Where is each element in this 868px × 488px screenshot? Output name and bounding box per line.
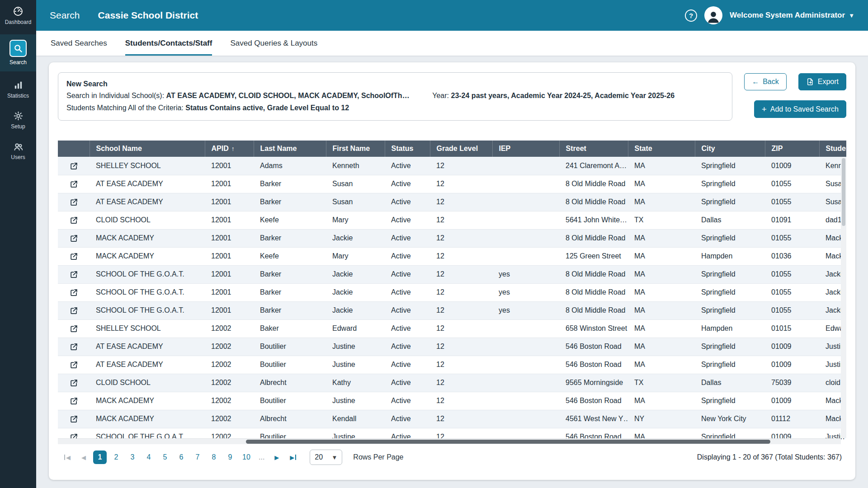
tab-students-contacts-staff[interactable]: Students/Contacts/Staff [125, 31, 212, 56]
sidebar-item-setup[interactable]: Setup [0, 105, 36, 136]
page-number-button[interactable]: 2 [109, 450, 123, 464]
column-header-school-name[interactable]: School Name [90, 141, 205, 157]
vertical-scrollbar[interactable] [841, 157, 846, 438]
open-record-icon [70, 306, 78, 315]
open-record-button[interactable] [58, 265, 90, 283]
avatar[interactable] [704, 6, 722, 24]
open-record-icon [70, 216, 78, 225]
cell-street: 241 Claremont A… [559, 157, 628, 175]
vertical-scrollbar-thumb[interactable] [842, 158, 845, 226]
search-summary-box: New Search Search in Individual School(s… [58, 72, 732, 121]
cell-city: Springfield [695, 356, 765, 374]
cell-last-name: Keefe [254, 211, 326, 229]
open-record-button[interactable] [58, 211, 90, 229]
column-header-status[interactable]: Status [385, 141, 430, 157]
column-header-student[interactable]: Student [819, 141, 846, 157]
column-header-zip[interactable]: ZIP [765, 141, 819, 157]
cell-iep [492, 157, 559, 175]
sidebar-item-search[interactable]: Search [0, 34, 36, 71]
cell-street: 546 Boston Road [559, 338, 628, 356]
back-button[interactable]: ← Back [744, 73, 787, 90]
cell-iep [492, 356, 559, 374]
column-header-street[interactable]: Street [559, 141, 628, 157]
open-record-icon [70, 270, 78, 279]
previous-page-button[interactable]: ◀ [77, 450, 90, 464]
dashboard-icon [13, 6, 24, 17]
user-menu[interactable]: Welcome System Administrator ▼ [730, 11, 854, 20]
cell-last-name: Barker [254, 283, 326, 301]
table-row: SCHOOL OF THE G.O.A.T.12001BarkerJackieA… [58, 301, 846, 319]
column-header-grade-level[interactable]: Grade Level [430, 141, 492, 157]
page-number-button[interactable]: 8 [207, 450, 221, 464]
cell-state: MA [628, 319, 695, 338]
rows-per-page-select[interactable]: 20 ▼ [310, 450, 342, 465]
column-header-first-name[interactable]: First Name [326, 141, 385, 157]
open-record-button[interactable] [58, 283, 90, 301]
cell-state: MA [628, 301, 695, 319]
cell-city: Springfield [695, 283, 765, 301]
open-record-button[interactable] [58, 374, 90, 392]
tab-saved-searches[interactable]: Saved Searches [51, 31, 107, 56]
page-number-button[interactable]: 6 [175, 450, 188, 464]
horizontal-scrollbar-thumb[interactable] [246, 440, 770, 444]
sidebar-item-dashboard[interactable]: Dashboard [0, 0, 36, 31]
page-number-button[interactable]: 10 [240, 450, 253, 464]
cell-first-name: Susan [326, 193, 385, 211]
cell-apid: 12002 [205, 374, 254, 392]
cell-school: MACK ACADEMY [90, 229, 205, 247]
next-page-button[interactable]: ▶ [270, 450, 283, 464]
horizontal-scrollbar[interactable] [58, 438, 841, 444]
cell-grade-level: 12 [430, 374, 492, 392]
cell-last-name: Albrecht [254, 374, 326, 392]
users-icon [13, 141, 24, 152]
open-record-button[interactable] [58, 410, 90, 428]
open-record-button[interactable] [58, 319, 90, 338]
column-header-apid[interactable]: APID↑ [205, 141, 254, 157]
first-page-button[interactable]: ◀ [61, 450, 74, 464]
open-record-button[interactable] [58, 247, 90, 265]
cell-street: 4561 West New Y… [559, 410, 628, 428]
open-record-button[interactable] [58, 338, 90, 356]
open-record-button[interactable] [58, 356, 90, 374]
cell-street: 5641 John White… [559, 211, 628, 229]
sidebar-item-users[interactable]: Users [0, 136, 36, 166]
cell-last-name: Barker [254, 301, 326, 319]
column-header-iep[interactable]: IEP [492, 141, 559, 157]
page-number-button[interactable]: 5 [158, 450, 172, 464]
last-page-button[interactable]: ▶ [286, 450, 300, 464]
cell-school: AT EASE ACADEMY [90, 356, 205, 374]
export-button[interactable]: Export [798, 73, 846, 90]
search-summary-criteria-line: Students Matching All of the Criteria: S… [66, 102, 724, 114]
plus-icon: + [762, 105, 767, 113]
cell-last-name: Boutilier [254, 392, 326, 410]
open-record-icon [70, 234, 78, 243]
cell-school: MACK ACADEMY [90, 247, 205, 265]
sidebar-nav: Dashboard Search Statistics Setup [0, 0, 36, 488]
open-record-button[interactable] [58, 392, 90, 410]
cell-status: Active [385, 247, 430, 265]
open-record-button[interactable] [58, 157, 90, 175]
cell-street: 658 Winston Street [559, 319, 628, 338]
help-icon[interactable]: ? [685, 9, 697, 22]
open-record-button[interactable] [58, 301, 90, 319]
sidebar-item-statistics[interactable]: Statistics [0, 74, 36, 105]
cell-zip: 01009 [765, 392, 819, 410]
tab-saved-queries-layouts[interactable]: Saved Queries & Layouts [230, 31, 317, 56]
open-record-button[interactable] [58, 193, 90, 211]
page-number-button[interactable]: 3 [126, 450, 139, 464]
column-header-last-name[interactable]: Last Name [254, 141, 326, 157]
page-number-button[interactable]: 7 [191, 450, 204, 464]
export-icon [806, 78, 814, 86]
page-number-button[interactable]: 1 [93, 450, 107, 464]
page-number-button[interactable]: 9 [223, 450, 237, 464]
cell-iep [492, 392, 559, 410]
cell-city: Hampden [695, 247, 765, 265]
page-number-button[interactable]: 4 [142, 450, 156, 464]
open-record-button[interactable] [58, 175, 90, 193]
column-header-state[interactable]: State [628, 141, 695, 157]
page-ellipsis[interactable]: ... [256, 453, 267, 461]
cell-first-name: Edward [326, 319, 385, 338]
column-header-city[interactable]: City [695, 141, 765, 157]
add-to-saved-search-button[interactable]: + Add to Saved Search [754, 100, 846, 118]
open-record-button[interactable] [58, 229, 90, 247]
